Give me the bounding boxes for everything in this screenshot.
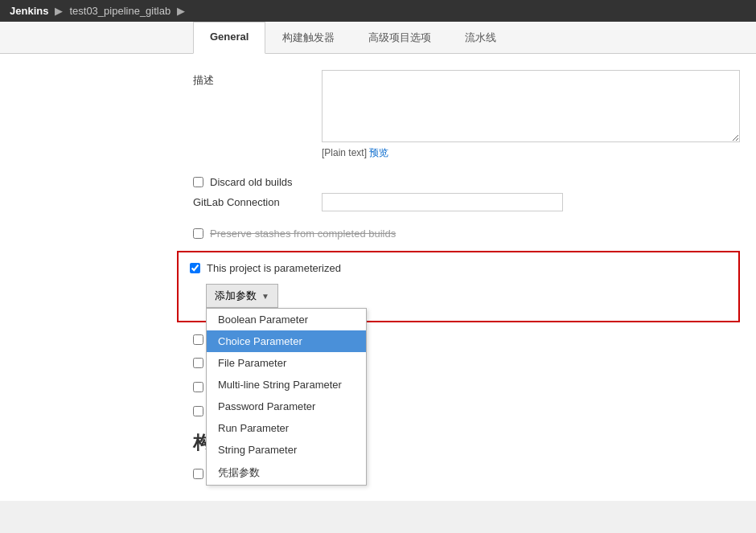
tab-triggers[interactable]: 构建触发器	[265, 22, 351, 54]
plain-text-row: [Plain text] 预览	[322, 146, 740, 160]
desc-textarea[interactable]	[322, 70, 740, 142]
tab-advanced[interactable]: 高级项目选项	[351, 22, 448, 54]
throttle-builds-row: Throttle builds	[0, 329, 756, 351]
dropdown-item-run[interactable]: Run Parameter	[207, 417, 366, 439]
pipeline-efficiency-checkbox[interactable]	[193, 406, 203, 416]
parameterized-header: This project is parameterized	[190, 262, 727, 274]
build-trigger-title: 构建触发器	[0, 423, 756, 463]
preview-link[interactable]: 预览	[369, 147, 388, 158]
tab-pipeline[interactable]: 流水线	[448, 22, 513, 54]
dropdown-item-file[interactable]: File Parameter	[207, 352, 366, 374]
form-area: 描述 [Plain text] 预览 Discard old builds Gi…	[0, 54, 756, 501]
topbar: Jenkins ▶ test03_pipeline_gitlab ▶	[0, 0, 756, 22]
parameterized-box: This project is parameterized 添加参数 ▼ Boo…	[177, 251, 740, 322]
add-param-wrapper: 添加参数 ▼ Boolean Parameter Choice Paramete…	[206, 284, 278, 308]
dropdown-item-boolean[interactable]: Boolean Parameter	[207, 309, 366, 330]
discard-builds-label: Discard old builds	[210, 176, 293, 188]
dropdown-item-choice[interactable]: Choice Parameter	[207, 330, 366, 352]
desc-label: 描述	[193, 70, 322, 88]
dropdown-item-password[interactable]: Password Parameter	[207, 396, 366, 417]
tab-general[interactable]: General	[193, 22, 265, 54]
plain-text-prefix: [Plain text]	[322, 147, 367, 158]
discard-builds-row: Discard old builds	[0, 171, 756, 193]
preserve-stashes-row: Preserve stashes from completed builds	[0, 223, 756, 244]
gitlab-connection-row: GitLab Connection	[0, 193, 756, 211]
project-breadcrumb-link[interactable]: test03_pipeline_gitlab	[69, 5, 171, 17]
build-after-row: Build after other projects are built	[0, 463, 756, 485]
preserve-stashes-checkbox[interactable]	[193, 228, 203, 239]
master-restart-checkbox[interactable]	[193, 382, 203, 392]
breadcrumb-arrow-2: ▶	[177, 5, 185, 17]
gitlab-connection-control	[322, 193, 740, 211]
add-param-dropdown: Boolean Parameter Choice Parameter File …	[206, 308, 367, 486]
add-param-button[interactable]: 添加参数 ▼	[206, 284, 278, 308]
desc-row: 描述 [Plain text] 预览	[0, 70, 756, 160]
no-concurrent-checkbox[interactable]	[193, 358, 203, 368]
parameterized-label: This project is parameterized	[207, 262, 341, 274]
no-concurrent-row: 不允许并发构建	[0, 351, 756, 375]
pipeline-efficiency-row: 流水线效率、持久保存设置...	[0, 399, 756, 423]
discard-builds-checkbox[interactable]	[193, 177, 203, 187]
parameterized-checkbox[interactable]	[190, 263, 200, 273]
desc-control: [Plain text] 预览	[322, 70, 740, 160]
breadcrumb-arrow-1: ▶	[55, 5, 63, 17]
build-after-checkbox[interactable]	[193, 469, 203, 479]
dropdown-item-multiline[interactable]: Multi-line String Parameter	[207, 374, 366, 396]
jenkins-home-link[interactable]: Jenkins	[10, 5, 48, 17]
master-restart-row: 当 master 重启后，不允许...	[0, 375, 756, 399]
throttle-builds-checkbox[interactable]	[193, 334, 203, 345]
dropdown-arrow-icon: ▼	[261, 292, 269, 301]
tabs-bar: General 构建触发器 高级项目选项 流水线	[0, 22, 756, 54]
dropdown-item-string[interactable]: String Parameter	[207, 439, 366, 461]
gitlab-connection-label: GitLab Connection	[193, 193, 322, 208]
gitlab-connection-input[interactable]	[322, 193, 563, 211]
add-param-label: 添加参数	[215, 289, 257, 303]
main-content: General 构建触发器 高级项目选项 流水线 描述 [Plain text]…	[0, 22, 756, 501]
dropdown-item-credential[interactable]: 凭据参数	[207, 461, 366, 485]
preserve-stashes-label: Preserve stashes from completed builds	[210, 228, 396, 240]
